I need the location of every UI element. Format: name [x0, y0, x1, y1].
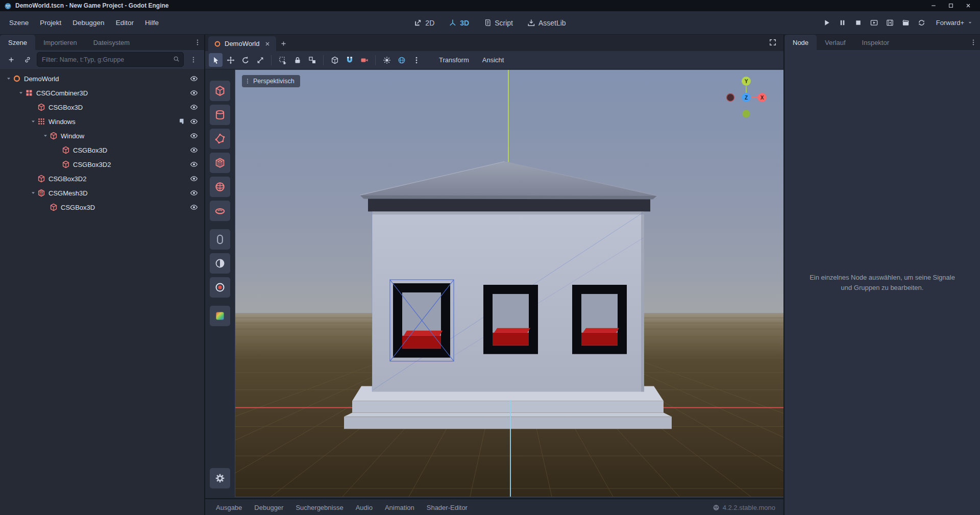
scene-tree-menu-button[interactable] — [186, 53, 200, 66]
right-dock-tab-inspektor[interactable]: Inspektor — [854, 35, 897, 50]
sun-settings-button[interactable] — [380, 53, 394, 67]
bottom-tab-animation[interactable]: Animation — [379, 501, 420, 514]
workspace-script-button[interactable]: Script — [480, 17, 516, 29]
pause-button[interactable] — [837, 17, 848, 29]
left-dock-tab-dateisystem[interactable]: Dateisystem — [85, 35, 138, 50]
lock-node-button[interactable] — [290, 53, 304, 67]
collapse-arrow-icon[interactable] — [29, 189, 37, 197]
bottom-tab-debugger[interactable]: Debugger — [249, 501, 289, 514]
visibility-eye-icon[interactable] — [190, 146, 198, 154]
csg-polygon-tool[interactable] — [210, 129, 230, 149]
snap-toggle[interactable] — [342, 53, 356, 67]
bottom-tab-audio[interactable]: Audio — [350, 501, 378, 514]
visibility-eye-icon[interactable] — [190, 132, 198, 140]
visibility-eye-icon[interactable] — [190, 89, 198, 97]
bottom-tab-ausgabe[interactable]: Ausgabe — [210, 501, 248, 514]
distraction-free-button[interactable] — [767, 37, 778, 48]
right-dock-tab-verlauf[interactable]: Verlauf — [817, 35, 853, 50]
tree-node-csgcombiner3d-1[interactable]: CSGCombiner3D — [0, 86, 204, 100]
scene-filter-input[interactable] — [41, 56, 173, 64]
csg-box-tool[interactable] — [210, 81, 230, 101]
gradient-material-tool[interactable] — [210, 306, 230, 326]
move-tool[interactable] — [224, 53, 237, 67]
workspace-2d-button[interactable]: 2D — [411, 17, 437, 29]
close-tab-icon[interactable] — [264, 41, 271, 47]
tree-node-demoworld-0[interactable]: DemoWorld — [0, 71, 204, 86]
scale-tool[interactable] — [253, 53, 267, 67]
tree-node-csgmesh3d-8[interactable]: CSGMesh3D — [0, 186, 204, 200]
view-mode-label[interactable]: Perspektivisch — [242, 75, 300, 87]
menu-editor[interactable]: Editor — [111, 16, 139, 30]
orientation-gizmo[interactable]: Y Z X — [723, 74, 776, 123]
bottom-tab-suchergebnisse[interactable]: Suchergebnisse — [290, 501, 349, 514]
3d-viewport[interactable]: Perspektivisch Y Z X — [235, 69, 783, 497]
view-more-menu[interactable] — [409, 53, 423, 67]
csg-box-icon — [50, 203, 59, 211]
csg-mesh-tool[interactable] — [210, 153, 230, 173]
tree-node-windows-3[interactable]: Windows — [0, 114, 204, 129]
maximize-button[interactable] — [942, 0, 960, 11]
box-select-tool[interactable] — [276, 53, 289, 67]
select-tool[interactable] — [209, 53, 223, 67]
right-dock-dock-menu-button[interactable] — [967, 35, 980, 50]
collapse-arrow-icon[interactable] — [4, 75, 13, 83]
viewport-settings-button[interactable] — [210, 468, 230, 488]
visibility-eye-icon[interactable] — [190, 175, 198, 183]
tree-node-csgbox3d-2[interactable]: CSGBox3D — [0, 100, 204, 114]
visibility-eye-icon[interactable] — [190, 103, 198, 111]
workspace-3d-button[interactable]: 3D — [446, 17, 472, 29]
tree-node-csgbox3d-5[interactable]: CSGBox3D — [0, 143, 204, 157]
scene-filter[interactable] — [37, 52, 184, 67]
tree-node-window-4[interactable]: Window — [0, 129, 204, 143]
local-space-toggle[interactable] — [328, 53, 341, 67]
bottom-tab-shader-editor[interactable]: Shader-Editor — [421, 501, 473, 514]
left-dock-tab-szene[interactable]: Szene — [0, 35, 35, 50]
renderer-select[interactable]: Forward+ — [936, 19, 973, 27]
play-button[interactable] — [821, 17, 832, 29]
visibility-eye-icon[interactable] — [190, 203, 198, 211]
right-dock-tab-node[interactable]: Node — [785, 35, 817, 50]
left-dock-tab-importieren[interactable]: Importieren — [35, 35, 85, 50]
tree-node-csgbox3d2-7[interactable]: CSGBox3D2 — [0, 171, 204, 186]
renderer-reload-button[interactable] — [916, 17, 927, 29]
new-scene-tab-button[interactable] — [276, 36, 290, 51]
focus-point-toggle[interactable] — [210, 277, 230, 298]
capsule-tool[interactable] — [210, 229, 230, 250]
contrast-toggle[interactable] — [210, 253, 230, 274]
tree-node-csgbox3d-9[interactable]: CSGBox3D — [0, 200, 204, 214]
menu-debuggen[interactable]: Debuggen — [67, 16, 109, 30]
menu-projekt[interactable]: Projekt — [35, 16, 66, 30]
instance-scene-button[interactable] — [20, 53, 34, 66]
tree-node-csgbox3d2-6[interactable]: CSGBox3D2 — [0, 157, 204, 171]
left-dock-dock-menu-button[interactable] — [191, 35, 204, 50]
viewport-menu-transform[interactable]: Transform — [433, 54, 475, 66]
menu-szene[interactable]: Szene — [4, 16, 34, 30]
script-badge-icon[interactable] — [178, 118, 185, 125]
collapse-arrow-icon[interactable] — [29, 117, 37, 126]
collapse-arrow-icon[interactable] — [16, 89, 25, 97]
viewport-menu-ansicht[interactable]: Ansicht — [477, 54, 510, 66]
camera-preview-toggle[interactable] — [357, 53, 371, 67]
scene-tab-demoworld[interactable]: DemoWorld — [208, 36, 276, 51]
play-scene-button[interactable] — [869, 17, 880, 29]
close-button[interactable] — [960, 0, 977, 11]
csg-torus-tool[interactable] — [210, 201, 230, 221]
visibility-eye-icon[interactable] — [190, 117, 198, 126]
minimize-button[interactable] — [925, 0, 942, 11]
environment-settings-button[interactable] — [395, 53, 408, 67]
group-node-button[interactable] — [305, 53, 319, 67]
visibility-eye-icon[interactable] — [190, 75, 198, 83]
csg-sphere-tool[interactable] — [210, 177, 230, 197]
rotate-tool[interactable] — [238, 53, 252, 67]
movie-maker-button[interactable] — [900, 17, 912, 29]
stop-button[interactable] — [853, 17, 864, 29]
collapse-arrow-icon[interactable] — [41, 132, 50, 140]
main-editor-area: DemoWorld TransformAnsicht — [205, 35, 783, 515]
visibility-eye-icon[interactable] — [190, 189, 198, 197]
csg-cylinder-tool[interactable] — [210, 105, 230, 125]
play-custom-scene-button[interactable] — [885, 17, 896, 29]
add-node-button[interactable] — [4, 53, 18, 66]
visibility-eye-icon[interactable] — [190, 160, 198, 168]
workspace-assetlib-button[interactable]: AssetLib — [524, 17, 569, 29]
menu-hilfe[interactable]: Hilfe — [140, 16, 164, 30]
